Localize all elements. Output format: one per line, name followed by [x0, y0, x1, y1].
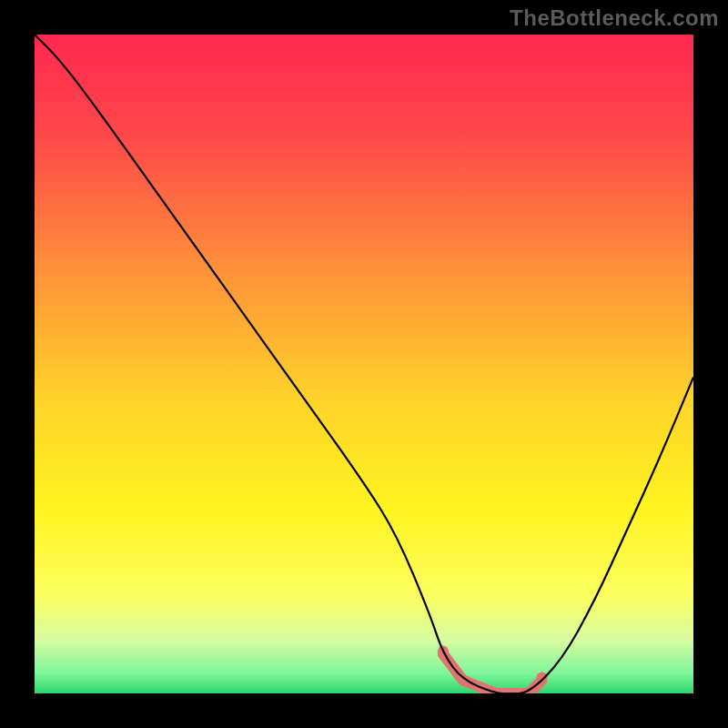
curve-layer: [35, 35, 693, 693]
plot-area: [35, 35, 693, 693]
watermark-label: TheBottleneck.com: [510, 5, 719, 31]
bottleneck-curve: [35, 35, 693, 693]
chart-container: TheBottleneck.com: [0, 0, 728, 728]
